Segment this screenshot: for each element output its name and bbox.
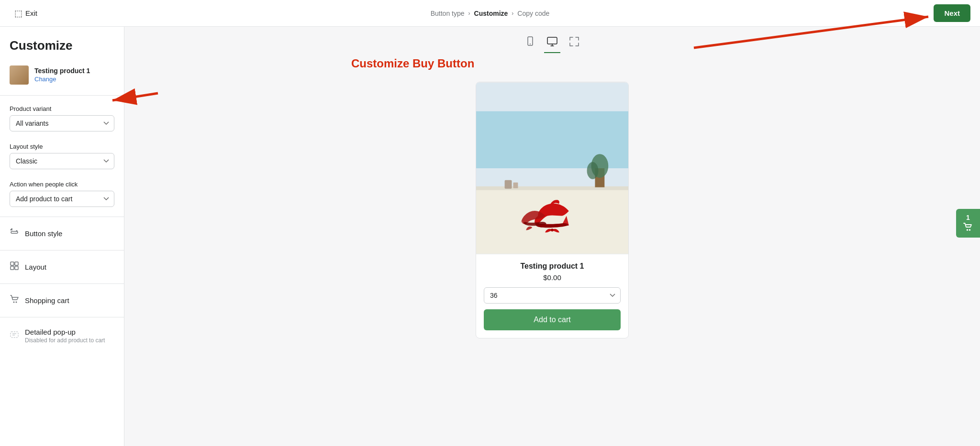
svg-point-18 <box>551 228 554 231</box>
action-click-label: Action when people click <box>10 181 114 188</box>
action-click-select[interactable]: Add product to cart Direct to checkout O… <box>10 191 114 207</box>
layout-style-label: Layout style <box>10 143 114 150</box>
detailed-popup-icon <box>10 330 19 342</box>
product-card-price: $0.00 <box>484 273 621 282</box>
next-button[interactable]: Next <box>934 4 970 22</box>
breadcrumb: Button type › Customize › Copy code <box>431 10 550 17</box>
product-image-svg <box>476 82 628 254</box>
change-product-link[interactable]: Change <box>34 76 56 83</box>
svg-rect-17 <box>476 186 628 190</box>
svg-rect-22 <box>505 180 512 189</box>
svg-point-5 <box>13 302 15 303</box>
product-variant-section: Product variant All variants 36 37 38 <box>0 99 124 137</box>
product-card-name: Testing product 1 <box>484 262 621 271</box>
add-to-cart-button[interactable]: Add to cart <box>484 309 621 330</box>
main-content: Customize Buy Button <box>124 27 980 446</box>
svg-point-25 <box>969 229 971 231</box>
floating-cart-icon <box>963 222 973 233</box>
breadcrumb-step3: Copy code <box>517 10 549 17</box>
shopping-cart-icon <box>10 294 19 306</box>
fullscreen-view-button[interactable] <box>566 33 582 53</box>
product-variant-label: Product variant <box>10 105 114 112</box>
layout-label: Layout <box>25 263 46 271</box>
action-click-section: Action when people click Add product to … <box>0 175 124 213</box>
sidebar-item-detailed-popup: Detailed pop-up Disabled for add product… <box>0 321 124 350</box>
svg-rect-2 <box>15 262 18 265</box>
product-variant-dropdown[interactable]: 36 37 38 39 40 <box>484 287 621 304</box>
divider-1 <box>0 95 124 96</box>
view-toolbar <box>522 27 582 57</box>
main-layout: Customize Testing product 1 Change Produ… <box>0 27 980 446</box>
svg-rect-1 <box>11 262 14 265</box>
button-style-label: Button style <box>25 229 62 238</box>
exit-button[interactable]: ⬚ Exit <box>10 5 42 22</box>
divider-5 <box>0 317 124 317</box>
product-thumb-image <box>10 65 29 85</box>
sidebar-item-shopping-cart[interactable]: Shopping cart <box>0 288 124 313</box>
floating-cart[interactable]: 1 <box>956 209 980 238</box>
sidebar-item-layout[interactable]: Layout <box>0 254 124 280</box>
svg-rect-4 <box>15 266 18 270</box>
exit-icon: ⬚ <box>14 8 22 19</box>
divider-2 <box>0 217 124 217</box>
sidebar: Customize Testing product 1 Change Produ… <box>0 27 124 446</box>
breadcrumb-step1: Button type <box>431 10 465 17</box>
product-info: Testing product 1 Change <box>34 67 90 83</box>
svg-point-0 <box>16 230 18 232</box>
layout-style-section: Layout style Classic Card Minimal <box>0 137 124 175</box>
chevron-icon: › <box>468 10 470 17</box>
svg-rect-16 <box>476 187 628 254</box>
svg-point-6 <box>16 302 17 303</box>
sidebar-title: Customize <box>0 27 124 61</box>
product-item: Testing product 1 Change <box>0 61 124 91</box>
product-card-body: Testing product 1 $0.00 36 37 38 39 40 A… <box>476 254 628 338</box>
svg-rect-7 <box>11 332 18 337</box>
product-thumbnail <box>10 65 29 85</box>
customize-heading: Customize Buy Button <box>351 57 753 70</box>
product-name: Testing product 1 <box>34 67 90 75</box>
preview-area: Customize Buy Button <box>337 57 768 358</box>
detailed-popup-label: Detailed pop-up <box>25 328 105 336</box>
detailed-popup-info: Detailed pop-up Disabled for add product… <box>25 328 105 344</box>
chevron-icon-2: › <box>512 10 513 17</box>
cart-count: 1 <box>966 214 970 221</box>
topbar: ⬚ Exit Button type › Customize › Copy co… <box>0 0 980 27</box>
svg-rect-23 <box>513 183 518 188</box>
svg-rect-12 <box>547 37 557 44</box>
product-variant-select[interactable]: All variants 36 37 38 <box>10 115 114 131</box>
layout-icon <box>10 261 19 273</box>
svg-point-11 <box>530 44 531 44</box>
breadcrumb-step2: Customize <box>474 10 508 17</box>
shopping-cart-label: Shopping cart <box>25 296 69 305</box>
mobile-view-button[interactable] <box>522 33 538 53</box>
detailed-popup-sublabel: Disabled for add product to cart <box>25 337 105 344</box>
divider-4 <box>0 283 124 284</box>
divider-3 <box>0 250 124 250</box>
sidebar-item-button-style[interactable]: Button style <box>0 221 124 246</box>
product-card-image <box>476 82 628 254</box>
button-style-icon <box>10 228 19 239</box>
svg-point-21 <box>587 162 599 179</box>
layout-style-select[interactable]: Classic Card Minimal <box>10 153 114 169</box>
desktop-view-button[interactable] <box>544 33 560 53</box>
exit-label: Exit <box>25 9 37 17</box>
svg-rect-3 <box>11 266 14 270</box>
svg-point-24 <box>967 229 969 231</box>
product-card: Testing product 1 $0.00 36 37 38 39 40 A… <box>476 82 629 338</box>
